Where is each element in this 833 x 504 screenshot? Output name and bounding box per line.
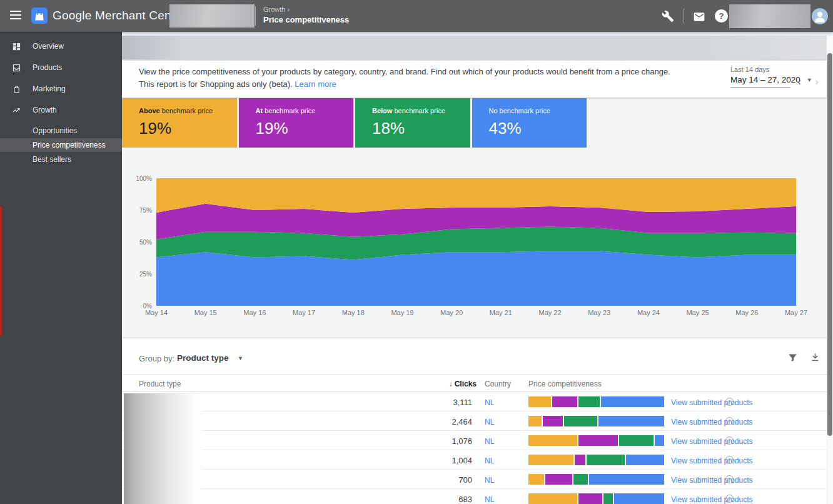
sidebar-item-label: Marketing: [33, 84, 66, 93]
dropdown-caret-icon: ▼: [238, 355, 243, 361]
column-header-clicks[interactable]: ↓Clicks: [397, 380, 477, 388]
date-range-label: Last 14 days: [730, 66, 790, 73]
clicks-value: 1,076: [397, 436, 472, 446]
intro-line2-text: This report is for Shopping ads only (be…: [139, 79, 293, 89]
table-row: 3,111NLView submitted products?: [122, 392, 827, 411]
card-value: 19%: [139, 119, 237, 138]
bar-segment-no-benchmark: [626, 455, 664, 465]
column-header-product-type[interactable]: Product type: [139, 380, 181, 388]
sidebar-item-label: Growth: [33, 106, 57, 114]
country-link[interactable]: NL: [485, 437, 494, 446]
y-axis-tick: 75%: [124, 207, 152, 214]
breadcrumb-section[interactable]: Growth ›: [263, 6, 349, 13]
price-competitiveness-bar: [528, 396, 664, 407]
price-competitiveness-bar: [528, 416, 664, 426]
x-axis-tick: May 16: [236, 309, 273, 316]
sidebar-item-opportunities[interactable]: Opportunities: [0, 124, 122, 138]
summary-cards: Above benchmark price19%At benchmark pri…: [122, 98, 587, 148]
card-title: At benchmark price: [256, 107, 354, 114]
date-range-select[interactable]: May 14 – 27, 2020 ▼: [730, 75, 790, 88]
price-competitiveness-bar: [528, 435, 664, 446]
sidebar: OverviewProductsMarketingGrowth Opportun…: [0, 32, 122, 504]
bar-segment-below: [603, 493, 613, 504]
sidebar-item-overview[interactable]: Overview: [0, 36, 122, 57]
view-submitted-products-link[interactable]: View submitted products: [671, 437, 753, 446]
table-toolbar: Group by: Product type ▼: [122, 338, 827, 375]
sidebar-item-price-competitiveness[interactable]: Price competitiveness: [0, 138, 122, 152]
clicks-value: 700: [397, 475, 472, 485]
account-email-redacted[interactable]: [729, 4, 810, 28]
sidebar-item-growth[interactable]: Growth: [0, 99, 122, 121]
download-icon[interactable]: [810, 352, 820, 363]
help-outline-icon[interactable]: ?: [725, 456, 734, 464]
marketing-icon: [12, 84, 21, 94]
bar-segment-no-benchmark: [614, 493, 664, 504]
divider: [684, 9, 684, 23]
bar-segment-above: [528, 435, 577, 446]
intro-line1: View the price competitiveness of your p…: [139, 67, 670, 76]
country-link[interactable]: NL: [485, 398, 494, 407]
card-title: No benchmark price: [489, 107, 587, 114]
mail-icon[interactable]: [693, 11, 705, 23]
y-axis-tick: 100%: [124, 175, 152, 182]
view-submitted-products-link[interactable]: View submitted products: [671, 398, 753, 407]
previous-period-button[interactable]: ‹: [794, 76, 804, 87]
x-axis-tick: May 24: [630, 309, 667, 316]
column-header-price-competitiveness[interactable]: Price competitiveness: [528, 380, 602, 388]
scrollbar-thumb[interactable]: [827, 53, 832, 436]
card-value: 18%: [372, 119, 470, 138]
help-outline-icon[interactable]: ?: [725, 436, 734, 445]
x-axis-tick: May 21: [482, 309, 520, 316]
country-link[interactable]: NL: [485, 476, 494, 485]
product-type-redacted: [124, 393, 201, 504]
avatar[interactable]: [812, 8, 828, 24]
help-outline-icon[interactable]: ?: [725, 398, 734, 406]
breadcrumb-page: Price competitiveness: [263, 15, 349, 24]
sidebar-item-best-sellers[interactable]: Best sellers: [0, 153, 122, 166]
bar-segment-below: [619, 435, 654, 446]
help-outline-icon[interactable]: ?: [725, 495, 734, 503]
filter-icon[interactable]: [787, 352, 798, 363]
help-outline-icon[interactable]: ?: [725, 417, 734, 425]
bar-segment-at: [552, 396, 577, 407]
country-link[interactable]: NL: [485, 418, 494, 426]
x-axis-tick: May 14: [138, 309, 175, 316]
sidebar-item-marketing[interactable]: Marketing: [0, 78, 122, 99]
bar-segment-above: [528, 396, 551, 407]
menu-icon[interactable]: [10, 11, 21, 21]
view-submitted-products-link[interactable]: View submitted products: [671, 418, 753, 426]
group-by-select[interactable]: Product type: [177, 353, 229, 363]
table-panel: Group by: Product type ▼ Product type ↓C…: [122, 338, 827, 504]
sort-descending-icon: ↓: [449, 380, 453, 388]
app-bar: Google Merchant Center Growth › Price co…: [0, 0, 833, 32]
view-submitted-products-link[interactable]: View submitted products: [671, 495, 753, 504]
clicks-value: 2,464: [397, 417, 472, 426]
table-header: Product type ↓Clicks Country Price compe…: [122, 375, 827, 392]
x-axis-tick: May 25: [679, 309, 717, 316]
bar-segment-above: [528, 416, 542, 426]
sidebar-item-products[interactable]: Products: [0, 57, 122, 78]
summary-card-no-benchmark-price: No benchmark price43%: [472, 98, 587, 148]
x-axis-tick: May 27: [777, 309, 815, 316]
y-axis-tick: 50%: [124, 239, 152, 246]
country-link[interactable]: NL: [485, 456, 494, 465]
help-outline-icon[interactable]: ?: [725, 475, 734, 483]
divider: [255, 6, 256, 26]
card-title: Above benchmark price: [139, 107, 237, 114]
bar-segment-no-benchmark: [601, 396, 664, 407]
bar-segment-no-benchmark: [589, 474, 664, 485]
x-axis-tick: May 22: [532, 309, 569, 316]
sidebar-nav: OverviewProductsMarketingGrowth: [0, 32, 122, 121]
tools-wrench-icon[interactable]: [662, 10, 674, 23]
next-period-button[interactable]: ›: [812, 76, 822, 87]
help-icon[interactable]: ?: [715, 9, 728, 23]
x-axis-tick: May 18: [335, 309, 372, 316]
country-link[interactable]: NL: [485, 495, 494, 504]
sidebar-subnav: OpportunitiesPrice competitivenessBest s…: [0, 124, 122, 166]
learn-more-link[interactable]: Learn more: [295, 79, 336, 89]
view-submitted-products-link[interactable]: View submitted products: [671, 456, 753, 465]
view-submitted-products-link[interactable]: View submitted products: [671, 476, 753, 485]
column-header-country[interactable]: Country: [485, 380, 511, 388]
account-name-redacted[interactable]: [169, 4, 255, 28]
x-axis-tick: May 19: [383, 309, 421, 316]
